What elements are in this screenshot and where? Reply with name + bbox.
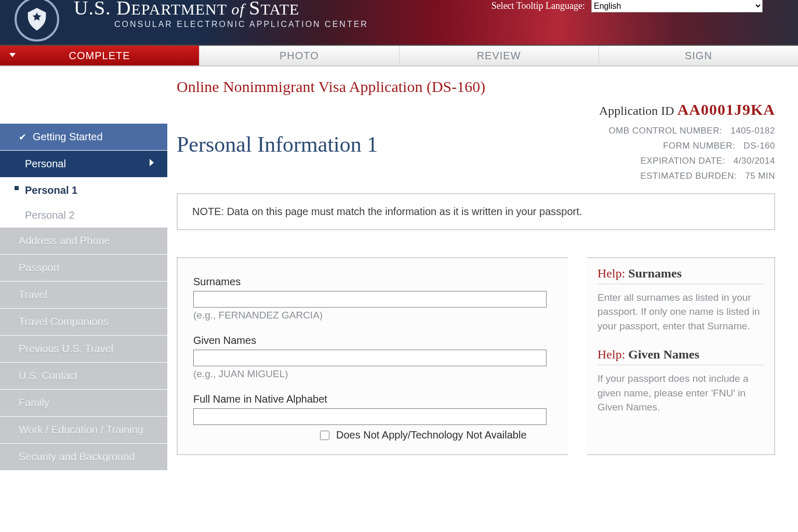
sidebar-subitem-personal-2[interactable]: Personal 2 [0,203,167,228]
given-names-input[interactable] [193,350,547,366]
does-not-apply-checkbox[interactable] [320,431,329,440]
header-banner: U.S. DEPARTMENT of STATE CONSULAR ELECTR… [0,0,798,46]
page-title: Online Nonimmigrant Visa Application (DS… [177,78,775,96]
language-selector: Select Tooltip Language: English [491,0,763,12]
application-id-value: AA0001J9KA [677,101,775,118]
sidebar-item-previous-us-travel: Previous U.S. Travel [0,336,167,363]
tab-complete-label: COMPLETE [69,50,130,62]
sidebar-item-travel-companions: Travel Companions [0,309,167,336]
tab-complete[interactable]: COMPLETE [0,46,199,65]
sidebar-item-address-phone: Address and Phone [0,228,167,255]
dept-subtitle: CONSULAR ELECTRONIC APPLICATION CENTER [114,20,368,29]
check-icon: ✔ [19,131,26,143]
given-names-hint: (e.g., JUAN MIGUEL) [193,368,553,380]
help-surnames-heading: Help: Surnames [597,267,764,281]
application-id-row: Application ID AA0001J9KA [177,101,775,118]
passport-note: NOTE: Data on this page must match the i… [177,193,775,230]
tab-review[interactable]: REVIEW [399,46,598,65]
tab-sign[interactable]: SIGN [598,46,798,65]
sidebar-subitem-personal-1[interactable]: Personal 1 [0,178,167,203]
sidebar-item-family: Family [0,390,167,417]
sidebar-item-travel: Travel [0,282,167,309]
sidebar-item-us-contact: U.S. Contact [0,363,167,390]
surnames-hint: (e.g., FERNANDEZ GARCIA) [193,310,553,321]
tab-photo[interactable]: PHOTO [199,46,398,65]
sidebar-item-passport: Passport [0,255,167,282]
sidebar-nav: ✔ Getting Started Personal Personal 1 Pe… [0,66,167,532]
given-names-label: Given Names [193,335,553,347]
progress-tabs: COMPLETE PHOTO REVIEW SIGN [0,46,798,66]
surnames-input[interactable] [193,291,547,308]
does-not-apply-label: Does Not Apply/Technology Not Available [336,429,527,441]
chevron-down-icon [9,53,16,57]
native-name-input[interactable] [193,408,547,425]
sidebar-item-personal[interactable]: Personal [0,151,167,178]
surnames-label: Surnames [193,276,553,288]
application-id-label: Application ID [599,104,674,117]
help-given-body: If your passport does not include a give… [597,365,764,415]
language-label: Select Tooltip Language: [491,1,585,11]
help-panel: Help: Surnames Enter all surnames as lis… [587,257,775,455]
help-surnames-body: Enter all surnames as listed in your pas… [597,284,764,334]
bullet-icon [15,186,19,190]
sidebar-item-work-education: Work / Education / Training [0,417,167,444]
main-content: Online Nonimmigrant Visa Application (DS… [167,66,798,532]
state-dept-seal-icon [15,0,59,42]
form-fields: Surnames (e.g., FERNANDEZ GARCIA) Given … [177,257,568,455]
dept-title: U.S. DEPARTMENT of STATE [74,0,299,18]
chevron-right-icon [150,159,154,166]
language-dropdown[interactable]: English [591,0,763,12]
help-given-heading: Help: Given Names [597,348,764,362]
sidebar-item-security-background: Security and Background [0,444,167,471]
sidebar-item-getting-started[interactable]: ✔ Getting Started [0,124,167,151]
native-name-label: Full Name in Native Alphabet [193,393,553,405]
